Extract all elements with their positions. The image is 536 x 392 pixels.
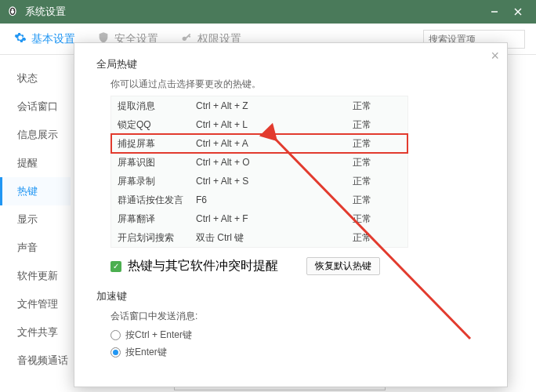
sidebar-item[interactable]: 文件管理: [0, 290, 71, 318]
gear-icon: [14, 31, 27, 46]
sidebar-item[interactable]: 文件共享: [0, 318, 71, 347]
hotkey-status: 正常: [353, 118, 400, 132]
conflict-label: 热键与其它软件冲突时提醒: [128, 258, 278, 274]
radio-label: 按Ctrl + Enter键: [125, 328, 192, 342]
sidebar-item[interactable]: 会话窗口: [0, 93, 71, 121]
hotkey-name: 屏幕翻译: [118, 212, 196, 226]
hotkey-keys: Ctrl + Alt + A: [196, 138, 353, 149]
hotkey-status: 正常: [353, 100, 400, 113]
hotkey-row[interactable]: 捕捉屏幕Ctrl + Alt + A正常: [111, 134, 407, 153]
hotkey-status: 正常: [353, 175, 400, 188]
minimize-button[interactable]: [483, 0, 506, 24]
hotkey-keys: F6: [196, 194, 353, 205]
svg-point-8: [183, 37, 187, 41]
radio-icon: [110, 347, 121, 358]
radio-ctrl-enter[interactable]: 按Ctrl + Enter键: [110, 326, 485, 343]
radio-enter[interactable]: 按Enter键: [110, 343, 485, 361]
hotkey-name: 屏幕录制: [118, 175, 196, 188]
sidebar-item[interactable]: 音视频通话: [0, 347, 71, 375]
tab-label: 基本设置: [31, 32, 75, 46]
hotkey-row[interactable]: 屏幕录制Ctrl + Alt + S正常: [111, 172, 407, 191]
hotkey-name: 锁定QQ: [118, 118, 196, 132]
hotkey-row[interactable]: 锁定QQCtrl + Alt + L正常: [111, 115, 407, 134]
app-icon: [6, 5, 19, 18]
sidebar-item[interactable]: 软件更新: [0, 262, 71, 290]
hotkey-name: 屏幕识图: [118, 156, 196, 169]
hotkey-row[interactable]: 群通话按住发言F6正常: [111, 191, 407, 209]
tab-basic-settings[interactable]: 基本设置: [14, 31, 75, 46]
section-title: 全局热键: [96, 57, 485, 71]
hotkey-row[interactable]: 开启划词搜索双击 Ctrl 键正常: [111, 228, 407, 247]
hint-text: 你可以通过点击选择要更改的热键。: [110, 78, 485, 91]
hotkey-keys: Ctrl + Alt + Z: [196, 100, 353, 111]
sidebar-item[interactable]: 显示: [0, 205, 71, 234]
hotkey-status: 正常: [353, 137, 400, 151]
close-icon[interactable]: ×: [491, 48, 499, 64]
accel-subtitle: 会话窗口中发送消息:: [110, 310, 485, 323]
close-button[interactable]: [506, 0, 530, 24]
hotkey-keys: Ctrl + Alt + S: [196, 176, 353, 187]
hotkey-status: 正常: [353, 231, 400, 245]
hotkey-keys: 双击 Ctrl 键: [196, 231, 353, 245]
svg-point-2: [11, 9, 14, 14]
svg-point-3: [11, 9, 12, 11]
hotkey-keys: Ctrl + Alt + L: [196, 119, 353, 130]
window-title: 系统设置: [25, 5, 483, 19]
sidebar-item[interactable]: 声音: [0, 234, 71, 262]
hotkey-status: 正常: [353, 156, 400, 169]
radio-icon: [110, 330, 121, 340]
hotkey-table: 提取消息Ctrl + Alt + Z正常锁定QQCtrl + Alt + L正常…: [110, 96, 408, 248]
accel-title: 加速键: [96, 289, 485, 303]
conflict-checkbox[interactable]: ✓: [110, 261, 121, 272]
titlebar: 系统设置: [0, 0, 536, 24]
hotkey-status: 正常: [353, 212, 400, 226]
hotkey-keys: Ctrl + Alt + O: [196, 157, 353, 168]
sidebar-item[interactable]: 信息展示: [0, 121, 71, 149]
hotkey-row[interactable]: 屏幕翻译Ctrl + Alt + F正常: [111, 209, 407, 228]
radio-label: 按Enter键: [125, 346, 167, 359]
sidebar-item[interactable]: 状态: [0, 64, 71, 93]
hotkey-name: 提取消息: [118, 100, 196, 113]
hotkey-keys: Ctrl + Alt + F: [196, 213, 353, 224]
svg-point-4: [13, 9, 14, 11]
hotkey-name: 群通话按住发言: [118, 194, 196, 207]
sidebar-item[interactable]: 热键: [0, 177, 71, 205]
hotkey-row[interactable]: 提取消息Ctrl + Alt + Z正常: [111, 96, 407, 115]
restore-defaults-button[interactable]: 恢复默认热键: [306, 257, 380, 275]
hotkey-modal: × 全局热键 你可以通过点击选择要更改的热键。 提取消息Ctrl + Alt +…: [74, 42, 508, 387]
sidebar-item[interactable]: 提醒: [0, 149, 71, 177]
hotkey-name: 开启划词搜索: [118, 231, 196, 245]
hotkey-name: 捕捉屏幕: [118, 137, 196, 151]
hotkey-status: 正常: [353, 194, 400, 207]
sidebar: 状态会话窗口信息展示提醒热键显示声音软件更新文件管理文件共享音视频通话: [0, 55, 71, 392]
hotkey-row[interactable]: 屏幕识图Ctrl + Alt + O正常: [111, 153, 407, 172]
